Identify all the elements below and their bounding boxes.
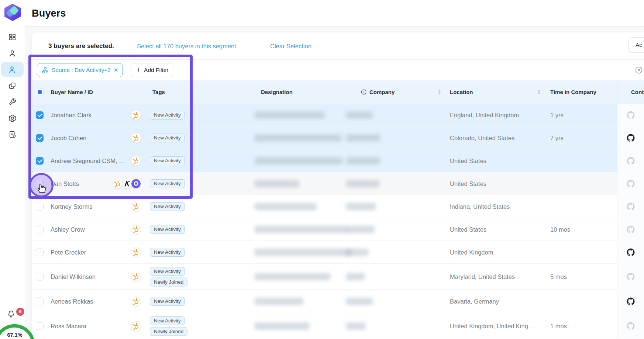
tag-badge: New Activity [150,297,185,306]
time-in-company-cell: 1 mos [550,322,606,329]
hubspot-icon [131,224,141,234]
filter-chip[interactable]: Source : Dev Activity+2 ✕ [37,63,123,77]
row-checkbox[interactable] [36,157,44,165]
ring-icon [131,179,141,188]
select-all-link[interactable]: Select all 170 buyers in this segment. [137,42,238,49]
table-header: Buyer Name / ID Tags Designation Company… [32,80,644,104]
add-filter-button[interactable]: + Add Filter [131,63,174,77]
row-checkbox[interactable] [36,180,44,187]
hubspot-icon [131,247,141,257]
hubspot-icon [131,156,141,166]
tag-badge: New Activity [150,202,185,211]
app-logo[interactable] [4,4,21,21]
contact-cell [617,195,644,218]
actions-button[interactable]: Ac [628,37,644,53]
designation-blurred-value [255,322,309,329]
tag-badge: New Activity [150,179,185,188]
row-checkbox[interactable] [36,297,44,305]
contact-cell [617,241,644,264]
github-icon[interactable] [627,297,635,305]
source-icons [106,296,141,306]
github-icon[interactable] [627,134,635,142]
time-in-company-cell: 7 yrs [550,134,606,141]
info-icon[interactable] [361,89,367,95]
location-cell: Colorado, United States [450,134,545,141]
row-checkbox[interactable] [36,203,44,210]
bell-icon [7,314,16,320]
table-body: Jonathan Clark New Activity England, Uni… [32,104,644,339]
tag-list: New ActivityNewly Joined [150,316,187,336]
company-blurred-value [346,134,380,141]
github-icon[interactable] [627,248,635,256]
tag-badge: Newly Joined [150,277,187,286]
github-icon[interactable] [627,180,635,188]
contact-cell [617,218,644,241]
tag-badge: New Activity [150,267,185,276]
designation-blurred-value [255,249,351,256]
row-checkbox[interactable] [36,225,44,233]
table-row: Aeneas Rekkas New Activity Bavaria, Germ… [32,290,644,313]
row-checkbox[interactable] [36,248,44,256]
sidebar-item-copy[interactable] [0,77,25,94]
selection-bar: 3 buyers are selected. Select all 170 bu… [32,32,644,60]
row-checkbox[interactable] [36,134,44,142]
sidebar-item-gear[interactable] [0,110,25,126]
company-blurred-value [346,157,380,164]
sidebar-item-buyer-dollar[interactable]: $ [0,61,25,77]
sort-location-icon[interactable] [537,89,541,95]
filter-chip-label: Source : Dev Activity+2 [52,67,111,73]
column-header-contact: Contact [631,80,644,104]
table-row: Jacob Cohen New Activity Colorado, Unite… [32,127,644,149]
github-icon[interactable] [627,225,635,234]
tag-list: New Activity [150,297,185,306]
github-icon[interactable] [627,157,635,165]
row-checkbox[interactable] [36,111,44,119]
github-icon[interactable] [627,111,635,119]
hubspot-icon [131,110,141,120]
source-icons [106,201,141,211]
row-checkbox[interactable] [36,322,44,330]
gear-icon [8,114,17,122]
select-all-checkbox[interactable] [36,88,44,96]
column-header-company: Company [361,80,395,104]
tag-badge: New Activity [150,134,185,142]
sidebar-item-person[interactable] [0,45,25,61]
tag-list: New Activity [150,134,185,142]
sidebar-item-document-shield[interactable] [0,126,25,142]
source-icons [106,156,141,166]
hubspot-icon [131,296,141,306]
close-circle-icon[interactable] [635,66,643,74]
topbar: Buyers [25,0,644,27]
github-icon[interactable] [627,203,635,211]
designation-blurred-value [255,180,299,187]
sidebar-item-dashboard-grid[interactable] [0,29,25,45]
table-row: Daniel Wilkinson New ActivityNewly Joine… [32,264,644,290]
tag-badge: New Activity [150,111,185,120]
row-checkbox[interactable] [36,273,44,280]
sort-company-icon[interactable] [437,89,441,95]
github-icon[interactable] [627,322,635,330]
person-icon [8,49,17,58]
time-in-company-cell: 5 mos [550,273,606,280]
clear-selection-link[interactable]: Clear Selection [270,42,311,49]
table-row: Ross Macara New ActivityNewly Joined Uni… [32,313,644,339]
company-blurred-value [346,180,379,187]
location-cell: Maryland, United States [450,273,545,280]
table-row: Pete Crocker New Activity United Kingdom [32,241,644,264]
sitemap-icon [42,67,49,74]
time-in-company-cell: 10 mos [550,226,606,233]
notifications-button[interactable]: 6 [7,310,21,321]
remove-filter-icon[interactable]: ✕ [114,67,118,73]
buyer-dollar-icon: $ [8,65,17,74]
location-cell: Bavaria, Germany [450,298,545,305]
sidebar: $ 6 67.1% [0,0,25,339]
tag-list: New Activity [150,225,185,234]
designation-blurred-value [255,273,330,280]
company-blurred-value [346,273,365,280]
hubspot-icon [131,133,141,143]
sidebar-item-wrench[interactable] [0,94,25,110]
source-icons [106,321,141,331]
column-header-buyer-name: Buyer Name / ID [51,80,93,104]
github-icon[interactable] [627,273,635,281]
hubspot-icon [131,271,141,281]
